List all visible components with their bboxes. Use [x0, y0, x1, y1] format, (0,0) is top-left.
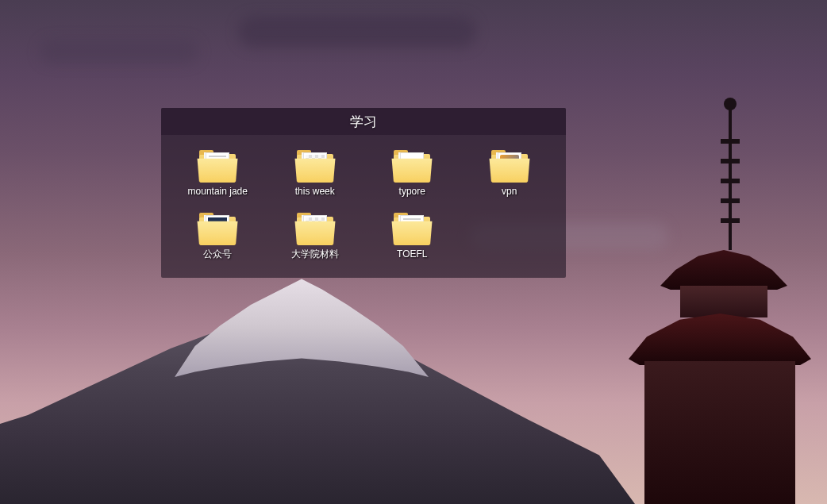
folder-label: this week: [295, 186, 335, 198]
folder-label: 大学院材料: [291, 248, 339, 260]
folder-label: typore: [399, 186, 425, 198]
desktop-folder-group[interactable]: 学习 mountain jade this week: [161, 108, 566, 278]
folder-item-gongzhonghao[interactable]: 公众号: [172, 209, 263, 264]
wallpaper-cloud: [238, 16, 476, 48]
folder-label: 公众号: [203, 248, 232, 260]
folder-item-daxueyuan[interactable]: 大学院材料: [270, 209, 361, 264]
folder-icon: [198, 212, 237, 245]
folder-icon: [295, 212, 335, 245]
folder-group-title[interactable]: 学习: [161, 108, 566, 135]
folder-item-typore[interactable]: T typore: [367, 146, 458, 201]
folder-label: vpn: [502, 186, 517, 198]
folder-icon: [490, 149, 529, 183]
desktop-wallpaper[interactable]: 学习 mountain jade this week: [0, 0, 827, 504]
wallpaper-pagoda: [589, 202, 811, 504]
wallpaper-cloud: [40, 40, 198, 63]
folder-item-mountain-jade[interactable]: mountain jade: [172, 146, 263, 201]
folder-item-vpn[interactable]: vpn: [464, 146, 556, 201]
folder-icon: [295, 149, 335, 183]
folder-icon: [392, 212, 432, 245]
folder-item-this-week[interactable]: this week: [270, 146, 361, 201]
folder-item-toefl[interactable]: TOEFL: [367, 209, 458, 264]
folder-label: mountain jade: [188, 186, 248, 198]
folder-icon: [198, 149, 237, 183]
folder-label: TOEFL: [397, 248, 427, 260]
folder-grid: mountain jade this week T typore: [161, 135, 566, 278]
folder-icon: T: [392, 149, 432, 183]
